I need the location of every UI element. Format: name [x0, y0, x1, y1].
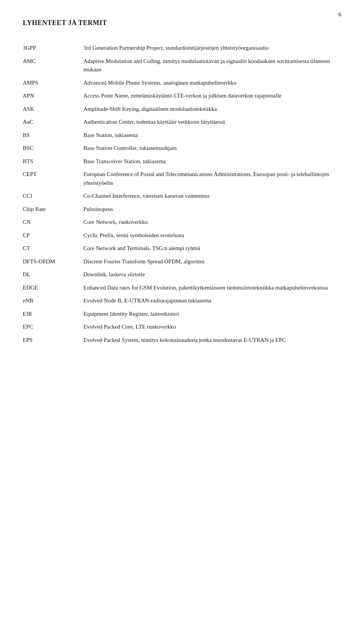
glossary-row: DLDownlink, laskeva siirtotie: [23, 269, 341, 280]
spacer-row: [23, 346, 341, 347]
glossary-row: AMCAdaptive Modulation and Coding, nimit…: [23, 55, 341, 76]
term-cell: BTS: [23, 156, 83, 167]
definition-cell: Advanced Mobile Phone Systems, analogine…: [83, 77, 341, 89]
term-cell: DL: [23, 269, 83, 280]
glossary-row: APNAccess Point Name, nimeämiskäytäntö L…: [23, 90, 341, 102]
term-cell: ASK: [23, 103, 83, 115]
glossary-table: 3GPP3rd Generation Partnership Project, …: [23, 42, 341, 347]
term-cell: AuC: [23, 116, 83, 128]
term-cell: Chip Rate: [23, 203, 83, 215]
term-cell: CP: [23, 230, 83, 241]
definition-cell: Evolved Packed System, nimitys kokonaisu…: [83, 334, 341, 346]
glossary-row: AMPSAdvanced Mobile Phone Systems, analo…: [23, 77, 341, 89]
definition-cell: Downlink, laskeva siirtotie: [83, 269, 341, 280]
glossary-row: EIREquipment Identity Register, laiterek…: [23, 308, 341, 320]
definition-cell: Authentication Center, todentaa käyttään…: [83, 116, 341, 128]
glossary-row: Chip RatePulssinopeus: [23, 203, 341, 215]
definition-cell: Core Network and Terminals, TSG:n alempi…: [83, 242, 341, 254]
term-cell: BSC: [23, 142, 83, 154]
glossary-row: EDGEEnhanced Data rates for GSM Evolutio…: [23, 282, 341, 294]
term-cell: CT: [23, 242, 83, 254]
definition-cell: Equipment Identity Register, laiterekist…: [83, 308, 341, 320]
definition-cell: Discrete Fourier Transform Spread OFDM, …: [83, 256, 341, 268]
definition-cell: Amplitude-Shift Keying, digitaalinen mod…: [83, 103, 341, 115]
glossary-row: DFTS-OFDMDiscrete Fourier Transform Spre…: [23, 256, 341, 268]
glossary-row: BSBase Station, tukiasema: [23, 129, 341, 141]
glossary-row: CEPTEuropean Conference of Postal and Te…: [23, 168, 341, 189]
glossary-row: BSCBase Station Controller, tukiasemaohj…: [23, 142, 341, 154]
glossary-row: EPCEvolved Packed Core, LTE runkoverkko: [23, 321, 341, 333]
glossary-row: CTCore Network and Terminals, TSG:n alem…: [23, 242, 341, 254]
definition-cell: Base Transceiver Station, tukiasema: [83, 156, 341, 167]
term-cell: EIR: [23, 308, 83, 320]
definition-cell: Evolved Packed Core, LTE runkoverkko: [83, 321, 341, 333]
glossary-row: EPSEvolved Packed System, nimitys kokona…: [23, 334, 341, 346]
definition-cell: Enhanced Data rates for GSM Evolution, p…: [83, 282, 341, 294]
term-cell: CCI: [23, 190, 83, 202]
page-title: LYHENTEET JA TERMIT: [23, 19, 341, 27]
definition-cell: European Conference of Postal and Teleco…: [83, 168, 341, 189]
definition-cell: Access Point Name, nimeämiskäytäntö LTE-…: [83, 90, 341, 102]
glossary-row: BTSBase Transceiver Station, tukiasema: [23, 156, 341, 167]
definition-cell: Base Station Controller, tukiasemaohjain: [83, 142, 341, 154]
glossary-row: 3GPP3rd Generation Partnership Project, …: [23, 42, 341, 54]
definition-cell: Pulssinopeus: [83, 203, 341, 215]
page-number: 6: [339, 11, 342, 18]
term-cell: AMPS: [23, 77, 83, 89]
term-cell: BS: [23, 129, 83, 141]
term-cell: CEPT: [23, 168, 83, 189]
definition-cell: Base Station, tukiasema: [83, 129, 341, 141]
term-cell: EPS: [23, 334, 83, 346]
term-cell: CN: [23, 216, 83, 228]
glossary-row: CPCyclic Prefix, termi symboleiden erott…: [23, 230, 341, 241]
definition-cell: Cyclic Prefix, termi symboleiden erottel…: [83, 230, 341, 241]
glossary-row: CCICo-Channel Interference, viereisen ka…: [23, 190, 341, 202]
term-cell: EDGE: [23, 282, 83, 294]
term-cell: AMC: [23, 55, 83, 76]
definition-cell: Core Network, runkoverkko: [83, 216, 341, 228]
term-cell: eNB: [23, 295, 83, 307]
glossary-row: AuCAuthentication Center, todentaa käytt…: [23, 116, 341, 128]
term-cell: 3GPP: [23, 42, 83, 54]
definition-cell: Co-Channel Interference, viereisen kanav…: [83, 190, 341, 202]
glossary-row: CNCore Network, runkoverkko: [23, 216, 341, 228]
term-cell: EPC: [23, 321, 83, 333]
glossary-row: ASKAmplitude-Shift Keying, digitaalinen …: [23, 103, 341, 115]
definition-cell: 3rd Generation Partnership Project, stan…: [83, 42, 341, 54]
glossary-row: eNBEvolved Node B, E-UTRAN-radiorajapinn…: [23, 295, 341, 307]
definition-cell: Adaptive Modulation and Coding, nimitys …: [83, 55, 341, 76]
definition-cell: Evolved Node B, E-UTRAN-radiorajapinnan …: [83, 295, 341, 307]
term-cell: APN: [23, 90, 83, 102]
term-cell: DFTS-OFDM: [23, 256, 83, 268]
